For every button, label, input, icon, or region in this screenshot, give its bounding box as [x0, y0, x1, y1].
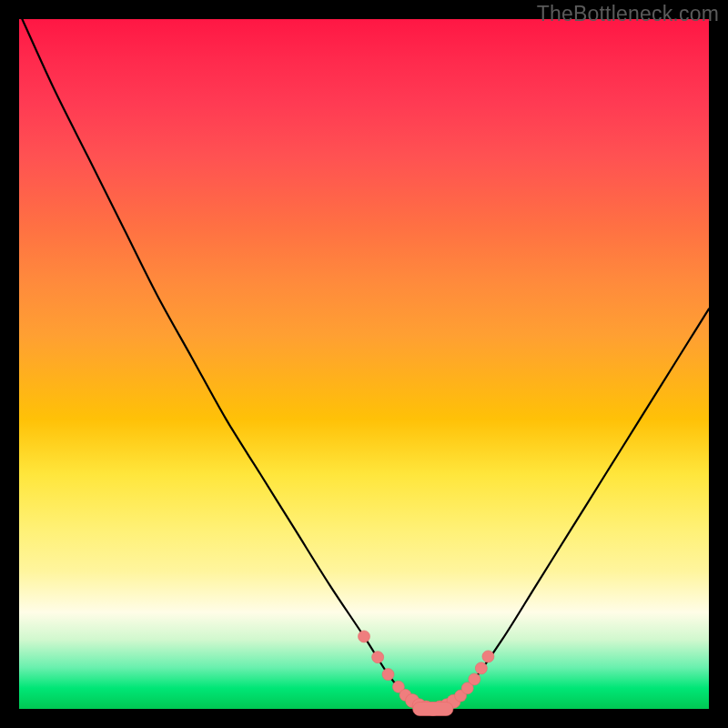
- marker-capsule: [413, 703, 453, 716]
- marker-dot: [475, 662, 487, 674]
- watermark-text: TheBottleneck.com: [537, 2, 719, 26]
- marker-dot: [359, 631, 370, 642]
- curve-svg: [19, 19, 709, 709]
- marker-dot: [382, 669, 394, 681]
- chart-frame: TheBottleneck.com: [0, 0, 728, 728]
- plot-area: [19, 19, 709, 709]
- marker-dot: [482, 651, 494, 662]
- marker-dot: [469, 673, 480, 685]
- bottleneck-curve: [19, 12, 709, 709]
- marker-dot: [372, 652, 384, 663]
- marker-group: [359, 631, 494, 716]
